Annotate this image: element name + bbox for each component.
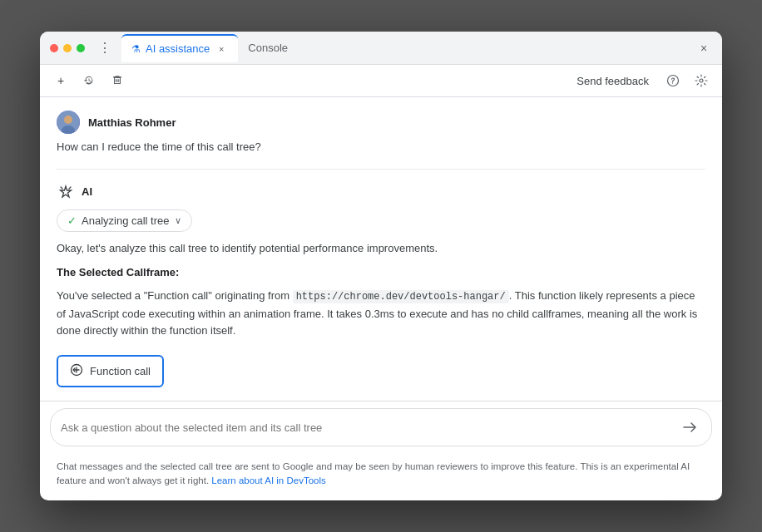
ai-para2-start: You've selected a "Function call" origin… — [57, 289, 293, 302]
history-icon — [83, 75, 95, 86]
user-name: Matthias Rohmer — [88, 116, 176, 129]
ai-response: AI ✓ Analyzing call tree ∨ Okay, let's a… — [57, 183, 705, 387]
analyzing-label: Analyzing call tree — [82, 214, 170, 227]
function-icon — [70, 363, 83, 379]
function-call-chip[interactable]: Function call — [57, 355, 164, 387]
input-area — [40, 401, 722, 453]
chat-area: Matthias Rohmer How can I reduce the tim… — [40, 97, 722, 401]
minimize-dot[interactable] — [63, 44, 72, 52]
svg-point-1 — [672, 83, 673, 84]
window-close-button[interactable]: × — [695, 40, 712, 57]
footer: Chat messages and the selected call tree… — [40, 453, 722, 500]
chevron-down-icon: ∨ — [175, 215, 181, 226]
send-button[interactable] — [678, 416, 701, 439]
ai-paragraph-2: You've selected a "Function call" origin… — [57, 288, 705, 340]
tab-console-label: Console — [248, 42, 288, 54]
send-feedback-button[interactable]: Send feedback — [570, 71, 656, 91]
user-message: Matthias Rohmer How can I reduce the tim… — [57, 111, 705, 170]
help-icon — [666, 74, 680, 87]
window-controls — [50, 44, 85, 52]
tab-list: ⚗ AI assistance × Console — [121, 34, 689, 62]
toolbar-right: Send feedback — [570, 70, 712, 91]
ai-header: AI — [57, 183, 705, 201]
chat-input[interactable] — [61, 421, 671, 434]
tab-menu-icon[interactable]: ⋮ — [95, 38, 115, 57]
avatar-image — [57, 111, 80, 134]
new-tab-button[interactable]: + — [50, 70, 72, 91]
settings-icon — [695, 74, 708, 87]
clear-icon — [111, 75, 123, 86]
devtools-window: ⋮ ⚗ AI assistance × Console × + — [40, 32, 722, 500]
ai-section-title: The Selected Callframe: — [57, 264, 705, 282]
function-call-label: Function call — [90, 365, 151, 377]
title-bar: ⋮ ⚗ AI assistance × Console × — [40, 32, 722, 65]
ai-label: AI — [82, 185, 92, 198]
tab-ai-close[interactable]: × — [215, 42, 228, 56]
user-avatar — [57, 111, 80, 134]
ai-code-url: https://chrome.dev/devtools-hangar/ — [293, 290, 509, 303]
close-dot[interactable] — [50, 44, 58, 52]
svg-point-2 — [700, 79, 703, 82]
send-icon — [682, 420, 697, 435]
user-header: Matthias Rohmer — [57, 111, 705, 134]
user-text: How can I reduce the time of this call t… — [57, 139, 705, 155]
tab-ai-assistance[interactable]: ⚗ AI assistance × — [121, 34, 238, 62]
help-button[interactable] — [662, 70, 684, 91]
fullscreen-dot[interactable] — [77, 44, 85, 52]
ai-paragraph-1: Okay, let's analyze this call tree to id… — [57, 240, 705, 258]
footer-text: Chat messages and the selected call tree… — [57, 461, 690, 485]
toolbar: + Send feedback — [40, 65, 722, 97]
footer-link[interactable]: Learn about AI in DevTools — [211, 475, 325, 485]
ai-icon — [57, 183, 75, 201]
analyzing-chip[interactable]: ✓ Analyzing call tree ∨ — [57, 209, 192, 232]
svg-point-4 — [64, 116, 72, 124]
input-wrapper — [50, 408, 712, 446]
ai-tab-icon: ⚗ — [131, 43, 141, 55]
settings-button[interactable] — [690, 70, 712, 91]
history-button[interactable] — [78, 70, 100, 91]
clear-button[interactable] — [106, 70, 128, 91]
tab-console[interactable]: Console — [238, 34, 298, 62]
ai-content: Okay, let's analyze this call tree to id… — [57, 240, 705, 347]
tab-ai-label: AI assistance — [146, 42, 210, 55]
check-icon: ✓ — [67, 214, 77, 227]
